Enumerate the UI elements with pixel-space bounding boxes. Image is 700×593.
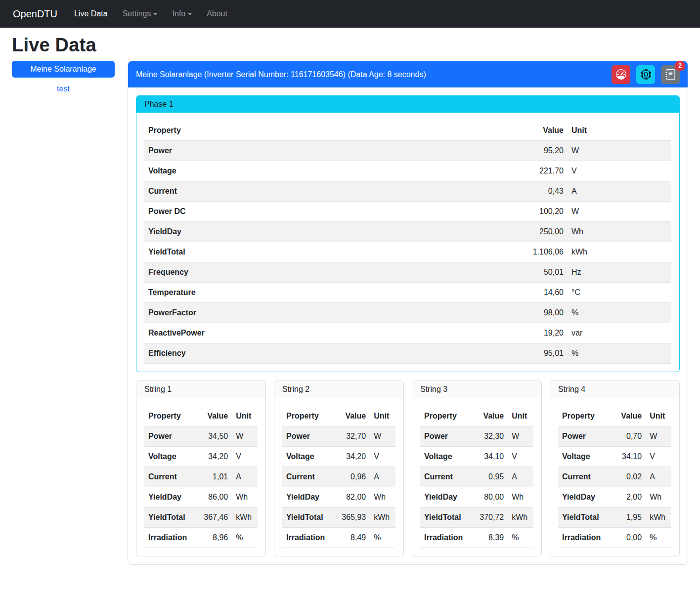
table-row: Current0,95A [420,467,533,487]
table-row: ReactivePower19,20var [144,323,671,343]
nav-item-about[interactable]: About [203,5,231,22]
value-cell: 370,72 [467,508,508,528]
page-title: Live Data [12,35,688,56]
unit-cell: % [646,528,671,548]
property-cell: Efficiency [144,343,513,364]
string-table: PropertyValueUnit Power32,30WVoltage34,1… [420,406,533,548]
unit-cell: W [370,426,395,447]
column-header: Value [329,406,370,426]
inverter-panel-body: Phase 1 PropertyValueUnit Power95,20WVol… [128,87,688,564]
unit-cell: A [508,467,533,487]
value-cell: 32,30 [467,426,508,447]
content-area: Meine Solaranlage test Meine Solaranlage… [0,61,700,570]
property-cell: Irradiation [144,528,191,548]
value-cell: 365,93 [329,508,370,528]
unit-cell: V [568,161,671,181]
table-row: Current0,43A [144,181,671,202]
value-cell: 32,70 [329,426,370,447]
nav-item-info[interactable]: Info [168,5,196,22]
table-row: Current1,01A [144,467,258,487]
cpu-icon [641,69,651,80]
column-header: Unit [232,406,258,426]
property-cell: Power [144,141,513,161]
device-info-button[interactable] [636,65,655,84]
value-cell: 98,00 [513,303,568,323]
nav-item-label: Info [172,9,185,18]
inverter-link-test[interactable]: test [12,85,115,93]
unit-cell: A [370,467,395,487]
table-header-row: PropertyValueUnit [144,121,671,141]
column-header: Unit [568,121,671,141]
unit-cell: % [568,343,671,364]
table-row: Power34,50W [144,426,258,447]
property-cell: YieldTotal [558,508,605,528]
phase-table: PropertyValueUnit Power95,20WVoltage221,… [144,121,671,364]
phase-card: Phase 1 PropertyValueUnit Power95,20WVol… [136,95,680,372]
nav-item-settings[interactable]: Settings [119,5,162,22]
table-row: YieldTotal367,46kWh [144,508,258,528]
unit-cell: % [568,303,671,323]
property-cell: Irradiation [558,528,605,548]
table-row: YieldTotal1.106,06kWh [144,242,671,262]
table-row: Temperature14,60°C [144,283,671,303]
table-row: Current0,96A [282,467,395,487]
string-table: PropertyValueUnit Power0,70WVoltage34,10… [558,406,671,548]
unit-cell: kWh [646,508,671,528]
table-row: Irradiation0,00% [558,528,671,548]
table-row: Efficiency95,01% [144,343,671,364]
unit-cell: Hz [568,262,671,283]
unit-cell: W [232,426,258,447]
value-cell: 0,70 [605,426,646,447]
value-cell: 34,20 [191,447,232,467]
column-header: Value [513,121,568,141]
table-row: YieldDay86,00Wh [144,487,258,508]
property-cell: Current [144,467,191,487]
value-cell: 0,43 [513,181,568,202]
table-row: Current0,02A [558,467,671,487]
column-header: Unit [646,406,671,426]
column-header: Property [420,406,467,426]
property-cell: Current [420,467,467,487]
unit-cell: °C [568,283,671,303]
table-header-row: PropertyValueUnit [282,406,395,426]
value-cell: 34,50 [191,426,232,447]
unit-cell: W [568,202,671,222]
table-row: Voltage34,10V [420,447,533,467]
unit-cell: Wh [646,487,671,508]
unit-cell: % [508,528,533,548]
property-cell: YieldTotal [144,508,191,528]
inverter-sidebar: Meine Solaranlage test [12,61,115,93]
unit-cell: V [232,447,258,467]
table-row: Irradiation8,96% [144,528,258,548]
inverter-panel-title: Meine Solaranlage (Inverter Serial Numbe… [136,70,426,79]
nav-item-live-data[interactable]: Live Data [70,5,112,22]
brand[interactable]: OpenDTU [13,8,57,20]
unit-cell: Wh [508,487,533,508]
value-cell: 34,20 [329,447,370,467]
limit-settings-button[interactable] [612,65,630,84]
panel-header-buttons: 2 [612,65,680,84]
value-cell: 95,01 [513,343,568,364]
value-cell: 0,95 [467,467,508,487]
property-cell: Voltage [282,447,329,467]
event-count-badge: 2 [675,61,685,71]
unit-cell: W [508,426,533,447]
chevron-down-icon [153,13,157,15]
speedometer-icon [616,69,626,80]
unit-cell: Wh [370,487,395,508]
inverter-select-button[interactable]: Meine Solaranlage [12,61,115,78]
string-table: PropertyValueUnit Power34,50WVoltage34,2… [144,406,258,548]
string-card-body: PropertyValueUnit Power32,70WVoltage34,2… [274,398,403,548]
unit-cell: V [508,447,533,467]
unit-cell: kWh [232,508,258,528]
value-cell: 50,01 [513,262,568,283]
unit-cell: V [370,447,395,467]
column-header: Unit [370,406,395,426]
property-cell: Power [144,426,191,447]
event-log-button[interactable]: 2 [661,65,680,84]
table-row: Voltage34,20V [144,447,258,467]
unit-cell: W [568,141,671,161]
nav-item-label: Live Data [74,9,108,18]
unit-cell: V [646,447,671,467]
table-row: Frequency50,01Hz [144,262,671,283]
